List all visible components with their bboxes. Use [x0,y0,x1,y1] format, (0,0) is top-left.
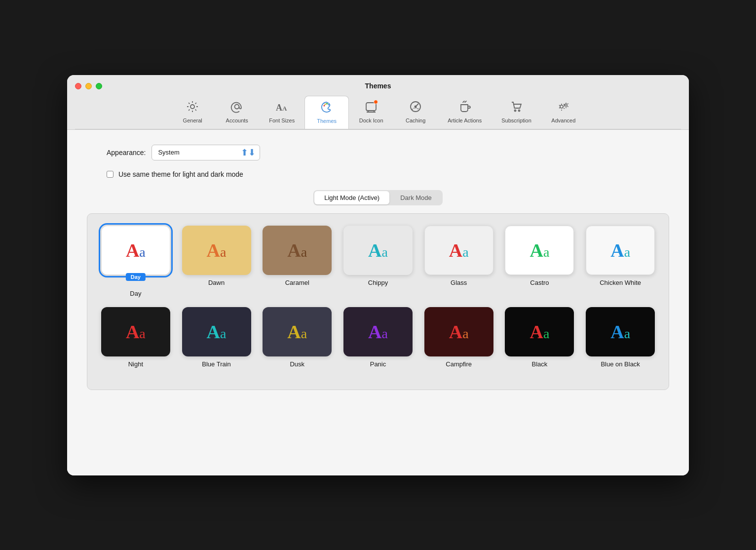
appearance-row: Appearance: System ⬆⬇ [87,145,669,160]
appearance-select[interactable]: System ⬆⬇ [151,145,260,160]
maximize-button[interactable] [96,83,102,89]
theme-name-panic: Panic [370,360,386,368]
theme-swatch-day: A a [101,226,170,275]
theme-name-black: Black [532,360,548,368]
font-icon: A A [275,100,289,116]
theme-name-caramel: Caramel [285,279,309,286]
dark-themes-grid: A a Night A a Blue Train [99,307,657,368]
day-badge: Day [126,273,146,281]
theme-day[interactable]: A a Day Day [99,226,172,297]
svg-point-5 [325,103,326,105]
toolbar-item-themes[interactable]: Themes [304,96,349,129]
toolbar-label-advanced: Advanced [551,118,575,123]
toolbar-label-dock-icon: Dock Icon [359,118,383,123]
toolbar-item-caching[interactable]: Caching [393,96,438,129]
svg-point-12 [518,110,520,111]
close-button[interactable] [75,83,81,89]
toolbar-item-article-actions[interactable]: Article Actions [438,96,491,129]
theme-night[interactable]: A a Night [99,307,172,368]
main-window: Themes General [67,75,689,475]
theme-name-dusk: Dusk [290,360,304,368]
theme-name-glass: Glass [451,279,467,286]
toolbar-item-accounts[interactable]: Accounts [215,96,259,129]
appearance-label: Appearance: [107,149,146,157]
palette-icon [320,100,334,116]
same-theme-label: Use same theme for light and dark mode [118,170,243,178]
dock-icon-icon [364,100,378,116]
theme-name-day: Day [130,290,141,297]
theme-swatch-chicken-white: A a [586,226,655,275]
svg-point-10 [415,106,416,107]
toolbar-label-accounts: Accounts [226,118,248,123]
toolbar-item-dock-icon[interactable]: Dock Icon [349,96,393,129]
toolbar-label-general: General [183,118,202,123]
theme-blue-train[interactable]: A a Blue Train [180,307,253,368]
theme-swatch-castro: A a [505,226,574,275]
theme-name-chippy: Chippy [368,279,388,286]
theme-chippy[interactable]: A a Chippy [341,226,415,297]
mode-tabs-container: Light Mode (Active) Dark Mode [87,190,669,205]
toolbar-label-subscription: Subscription [501,118,531,123]
toolbar-label-caching: Caching [406,118,425,123]
theme-panic[interactable]: A a Panic [341,307,415,368]
svg-point-11 [514,110,516,111]
traffic-lights [75,83,102,89]
theme-chicken-white[interactable]: A a Chicken White [584,226,657,297]
theme-castro[interactable]: A a Castro [503,226,576,297]
theme-swatch-black: A a [505,307,574,356]
checkbox-row: Use same theme for light and dark mode [87,170,669,178]
theme-name-night: Night [128,360,143,368]
svg-point-7 [328,104,330,105]
theme-glass[interactable]: A a Glass [422,226,495,297]
svg-point-4 [324,105,325,106]
svg-text:A: A [282,105,287,112]
theme-black[interactable]: A a Black [503,307,576,368]
toolbar-label-article-actions: Article Actions [448,118,482,123]
minimize-button[interactable] [85,83,92,89]
gears-icon [557,100,570,116]
theme-swatch-dusk: A a [263,307,332,356]
theme-name-campfire: Campfire [446,360,472,368]
at-icon [230,100,244,116]
svg-point-0 [190,105,194,109]
svg-text:A: A [276,103,282,113]
gear-icon [186,100,199,116]
theme-campfire[interactable]: A a Campfire [422,307,495,368]
theme-swatch-blue-train: A a [182,307,251,356]
toolbar-item-subscription[interactable]: Subscription [491,96,541,129]
appearance-value: System [158,149,179,156]
toolbar-label-themes: Themes [317,118,337,124]
theme-name-dawn: Dawn [208,279,225,286]
svg-point-13 [560,105,563,108]
theme-name-blue-on-black: Blue on Black [601,360,640,368]
theme-swatch-campfire: A a [424,307,493,356]
theme-name-castro: Castro [530,279,549,286]
theme-swatch-dawn: A a [182,226,251,275]
toolbar-label-font-sizes: Font Sizes [269,118,295,123]
theme-dusk[interactable]: A a Dusk [261,307,334,368]
speedometer-icon [409,100,422,116]
theme-blue-on-black[interactable]: A a Blue on Black [584,307,657,368]
cart-icon [510,100,524,116]
theme-swatch-caramel: A a [263,226,332,275]
toolbar: General Accounts A A [75,96,681,129]
themes-grid-container: A a Day Day A a [87,213,669,390]
theme-swatch-night: A a [101,307,170,356]
same-theme-checkbox[interactable] [107,171,113,178]
theme-name-chicken-white: Chicken White [600,279,641,286]
theme-dawn[interactable]: A a Dawn [180,226,253,297]
theme-swatch-blue-on-black: A a [586,307,655,356]
theme-caramel[interactable]: A a Caramel [261,226,334,297]
tab-dark-mode[interactable]: Dark Mode [390,191,442,204]
theme-swatch-chippy: A a [343,226,413,275]
toolbar-item-advanced[interactable]: Advanced [541,96,586,129]
toolbar-item-general[interactable]: General [170,96,215,129]
tab-light-mode[interactable]: Light Mode (Active) [314,191,389,204]
theme-swatch-panic: A a [343,307,413,356]
svg-point-1 [235,104,239,109]
svg-point-6 [326,103,328,104]
chevron-updown-icon: ⬆⬇ [241,147,256,158]
toolbar-item-font-sizes[interactable]: A A Font Sizes [259,96,304,129]
theme-swatch-glass: A a [424,226,493,275]
titlebar: Themes General [67,75,689,130]
